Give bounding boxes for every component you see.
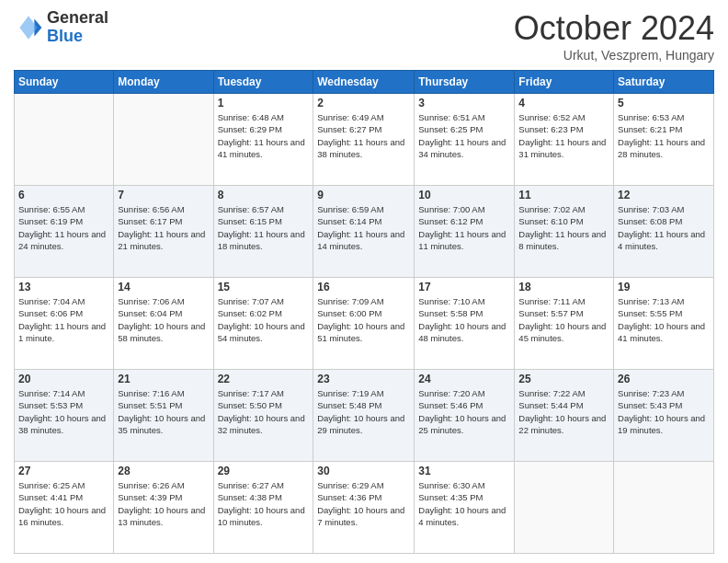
calendar-table: SundayMondayTuesdayWednesdayThursdayFrid… bbox=[14, 70, 714, 554]
day-number: 20 bbox=[18, 373, 109, 385]
day-info: Sunrise: 7:22 AMSunset: 5:44 PMDaylight:… bbox=[518, 387, 609, 436]
day-number: 31 bbox=[418, 465, 510, 477]
day-info: Sunrise: 7:16 AMSunset: 5:51 PMDaylight:… bbox=[118, 387, 209, 436]
calendar-cell: 19Sunrise: 7:13 AMSunset: 5:55 PMDayligh… bbox=[614, 278, 714, 370]
day-number: 13 bbox=[18, 281, 109, 293]
calendar-week-row: 13Sunrise: 7:04 AMSunset: 6:06 PMDayligh… bbox=[15, 278, 714, 370]
calendar-header-row: SundayMondayTuesdayWednesdayThursdayFrid… bbox=[15, 71, 714, 94]
calendar-cell: 29Sunrise: 6:27 AMSunset: 4:38 PMDayligh… bbox=[213, 462, 313, 554]
calendar-cell: 16Sunrise: 7:09 AMSunset: 6:00 PMDayligh… bbox=[313, 278, 415, 370]
calendar-cell: 22Sunrise: 7:17 AMSunset: 5:50 PMDayligh… bbox=[213, 370, 313, 462]
day-number: 7 bbox=[118, 189, 209, 201]
calendar-cell: 3Sunrise: 6:51 AMSunset: 6:25 PMDaylight… bbox=[415, 94, 515, 186]
calendar-cell: 31Sunrise: 6:30 AMSunset: 4:35 PMDayligh… bbox=[415, 462, 515, 554]
day-info: Sunrise: 6:53 AMSunset: 6:21 PMDaylight:… bbox=[618, 111, 710, 160]
day-number: 23 bbox=[317, 373, 410, 385]
calendar-header-thursday: Thursday bbox=[415, 71, 515, 94]
calendar-header-friday: Friday bbox=[515, 71, 614, 94]
calendar-cell: 21Sunrise: 7:16 AMSunset: 5:51 PMDayligh… bbox=[114, 370, 213, 462]
calendar-cell: 5Sunrise: 6:53 AMSunset: 6:21 PMDaylight… bbox=[614, 94, 714, 186]
day-info: Sunrise: 7:13 AMSunset: 5:55 PMDaylight:… bbox=[618, 295, 710, 344]
day-number: 19 bbox=[618, 281, 710, 293]
calendar-week-row: 1Sunrise: 6:48 AMSunset: 6:29 PMDaylight… bbox=[15, 94, 714, 186]
logo-blue-text: Blue bbox=[47, 28, 108, 46]
calendar-cell: 13Sunrise: 7:04 AMSunset: 6:06 PMDayligh… bbox=[15, 278, 114, 370]
logo: General Blue bbox=[14, 9, 108, 46]
day-info: Sunrise: 7:06 AMSunset: 6:04 PMDaylight:… bbox=[118, 295, 209, 344]
logo-general-text: General bbox=[47, 9, 108, 28]
day-number: 25 bbox=[518, 373, 609, 385]
day-info: Sunrise: 6:57 AMSunset: 6:15 PMDaylight:… bbox=[218, 203, 310, 252]
calendar-cell: 23Sunrise: 7:19 AMSunset: 5:48 PMDayligh… bbox=[313, 370, 415, 462]
calendar-header-tuesday: Tuesday bbox=[213, 71, 313, 94]
calendar-cell bbox=[114, 94, 213, 186]
calendar-cell: 4Sunrise: 6:52 AMSunset: 6:23 PMDaylight… bbox=[515, 94, 614, 186]
day-number: 14 bbox=[118, 281, 209, 293]
day-info: Sunrise: 6:52 AMSunset: 6:23 PMDaylight:… bbox=[518, 111, 609, 160]
day-number: 28 bbox=[118, 465, 209, 477]
calendar-cell: 9Sunrise: 6:59 AMSunset: 6:14 PMDaylight… bbox=[313, 186, 415, 278]
calendar-week-row: 6Sunrise: 6:55 AMSunset: 6:19 PMDaylight… bbox=[15, 186, 714, 278]
location-subtitle: Urkut, Veszprem, Hungary bbox=[514, 48, 714, 63]
calendar-week-row: 27Sunrise: 6:25 AMSunset: 4:41 PMDayligh… bbox=[15, 462, 714, 554]
title-block: October 2024 Urkut, Veszprem, Hungary bbox=[514, 9, 714, 63]
calendar-week-row: 20Sunrise: 7:14 AMSunset: 5:53 PMDayligh… bbox=[15, 370, 714, 462]
calendar-header-monday: Monday bbox=[114, 71, 213, 94]
calendar-cell: 20Sunrise: 7:14 AMSunset: 5:53 PMDayligh… bbox=[15, 370, 114, 462]
day-info: Sunrise: 7:02 AMSunset: 6:10 PMDaylight:… bbox=[518, 203, 609, 252]
day-number: 22 bbox=[218, 373, 310, 385]
calendar-cell bbox=[614, 462, 714, 554]
day-info: Sunrise: 7:17 AMSunset: 5:50 PMDaylight:… bbox=[218, 387, 310, 436]
day-info: Sunrise: 6:51 AMSunset: 6:25 PMDaylight:… bbox=[418, 111, 510, 160]
day-number: 3 bbox=[418, 97, 510, 109]
day-number: 29 bbox=[218, 465, 310, 477]
logo-icon bbox=[14, 13, 43, 42]
day-info: Sunrise: 6:30 AMSunset: 4:35 PMDaylight:… bbox=[418, 479, 510, 528]
day-number: 24 bbox=[418, 373, 510, 385]
calendar-cell: 2Sunrise: 6:49 AMSunset: 6:27 PMDaylight… bbox=[313, 94, 415, 186]
calendar-cell: 18Sunrise: 7:11 AMSunset: 5:57 PMDayligh… bbox=[515, 278, 614, 370]
day-info: Sunrise: 7:11 AMSunset: 5:57 PMDaylight:… bbox=[518, 295, 609, 344]
calendar-cell: 27Sunrise: 6:25 AMSunset: 4:41 PMDayligh… bbox=[15, 462, 114, 554]
calendar-cell: 15Sunrise: 7:07 AMSunset: 6:02 PMDayligh… bbox=[213, 278, 313, 370]
day-number: 21 bbox=[118, 373, 209, 385]
day-number: 27 bbox=[18, 465, 109, 477]
day-info: Sunrise: 6:48 AMSunset: 6:29 PMDaylight:… bbox=[218, 111, 310, 160]
day-number: 5 bbox=[618, 97, 710, 109]
day-number: 18 bbox=[518, 281, 609, 293]
calendar-cell bbox=[15, 94, 114, 186]
day-info: Sunrise: 7:04 AMSunset: 6:06 PMDaylight:… bbox=[18, 295, 109, 344]
day-info: Sunrise: 6:49 AMSunset: 6:27 PMDaylight:… bbox=[317, 111, 410, 160]
day-info: Sunrise: 7:23 AMSunset: 5:43 PMDaylight:… bbox=[618, 387, 710, 436]
day-info: Sunrise: 6:25 AMSunset: 4:41 PMDaylight:… bbox=[18, 479, 109, 528]
calendar-cell: 25Sunrise: 7:22 AMSunset: 5:44 PMDayligh… bbox=[515, 370, 614, 462]
day-number: 10 bbox=[418, 189, 510, 201]
calendar-cell: 11Sunrise: 7:02 AMSunset: 6:10 PMDayligh… bbox=[515, 186, 614, 278]
day-info: Sunrise: 6:27 AMSunset: 4:38 PMDaylight:… bbox=[218, 479, 310, 528]
calendar-cell: 8Sunrise: 6:57 AMSunset: 6:15 PMDaylight… bbox=[213, 186, 313, 278]
calendar-cell bbox=[515, 462, 614, 554]
calendar-cell: 12Sunrise: 7:03 AMSunset: 6:08 PMDayligh… bbox=[614, 186, 714, 278]
day-info: Sunrise: 6:59 AMSunset: 6:14 PMDaylight:… bbox=[317, 203, 410, 252]
day-info: Sunrise: 7:10 AMSunset: 5:58 PMDaylight:… bbox=[418, 295, 510, 344]
calendar-cell: 28Sunrise: 6:26 AMSunset: 4:39 PMDayligh… bbox=[114, 462, 213, 554]
day-number: 9 bbox=[317, 189, 410, 201]
calendar-cell: 1Sunrise: 6:48 AMSunset: 6:29 PMDaylight… bbox=[213, 94, 313, 186]
day-number: 2 bbox=[317, 97, 410, 109]
calendar-cell: 30Sunrise: 6:29 AMSunset: 4:36 PMDayligh… bbox=[313, 462, 415, 554]
day-info: Sunrise: 6:26 AMSunset: 4:39 PMDaylight:… bbox=[118, 479, 209, 528]
calendar-cell: 10Sunrise: 7:00 AMSunset: 6:12 PMDayligh… bbox=[415, 186, 515, 278]
day-info: Sunrise: 7:03 AMSunset: 6:08 PMDaylight:… bbox=[618, 203, 710, 252]
calendar-cell: 6Sunrise: 6:55 AMSunset: 6:19 PMDaylight… bbox=[15, 186, 114, 278]
day-number: 6 bbox=[18, 189, 109, 201]
day-number: 16 bbox=[317, 281, 410, 293]
day-info: Sunrise: 6:55 AMSunset: 6:19 PMDaylight:… bbox=[18, 203, 109, 252]
day-info: Sunrise: 7:19 AMSunset: 5:48 PMDaylight:… bbox=[317, 387, 410, 436]
day-info: Sunrise: 7:20 AMSunset: 5:46 PMDaylight:… bbox=[418, 387, 510, 436]
day-info: Sunrise: 7:09 AMSunset: 6:00 PMDaylight:… bbox=[317, 295, 410, 344]
calendar-header-wednesday: Wednesday bbox=[313, 71, 415, 94]
day-number: 11 bbox=[518, 189, 609, 201]
day-info: Sunrise: 7:00 AMSunset: 6:12 PMDaylight:… bbox=[418, 203, 510, 252]
calendar-header-sunday: Sunday bbox=[15, 71, 114, 94]
day-info: Sunrise: 7:14 AMSunset: 5:53 PMDaylight:… bbox=[18, 387, 109, 436]
